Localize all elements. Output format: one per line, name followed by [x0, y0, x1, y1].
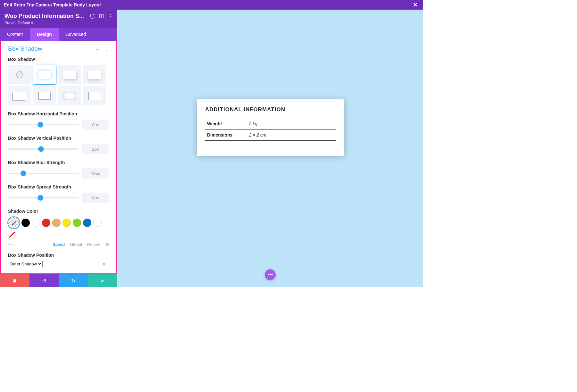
bottom-actions: ✖ ↺ ↻ ✔ [0, 274, 117, 287]
swatch-green[interactable] [73, 219, 81, 227]
expand-icon[interactable] [90, 14, 95, 19]
redo-button[interactable]: ↻ [59, 274, 88, 287]
cancel-button[interactable]: ✖ [0, 274, 29, 287]
window-title: Edit Retro Toy Camera Template Body Layo… [4, 2, 101, 7]
fab-more-button[interactable]: ••• [265, 269, 276, 280]
section-header[interactable]: Box Shadow ︿ ⋮ [1, 41, 116, 55]
swatch-black[interactable] [21, 219, 30, 227]
table-row: Dimensions 2 × 2 cm [205, 129, 336, 141]
horizontal-position-group: Box Shadow Horizontal Position [1, 110, 116, 134]
blur-label: Box Shadow Blur Strength [8, 160, 109, 165]
blur-slider[interactable] [8, 173, 79, 174]
section-title: Box Shadow [8, 45, 42, 52]
swatch-orange[interactable] [52, 219, 61, 227]
shadow-preset-6[interactable] [58, 86, 81, 105]
vertical-slider[interactable] [8, 148, 79, 150]
chevron-up-icon[interactable]: ︿ [95, 46, 100, 52]
split-view-icon[interactable] [99, 14, 104, 19]
save-button[interactable]: ✔ [88, 274, 118, 287]
table-row: Weight 2 kg [205, 118, 336, 129]
row-label: Dimensions [205, 129, 247, 141]
spread-label: Box Shadow Spread Strength [8, 184, 109, 189]
color-more-icon[interactable]: ••• [8, 242, 14, 247]
tab-design[interactable]: Design [30, 28, 59, 41]
vertical-input[interactable] [82, 144, 109, 154]
swatch-white[interactable] [93, 219, 102, 227]
shadow-preset-4[interactable] [8, 86, 31, 105]
module-header: Woo Product Information S... ⋮ Preset: D… [0, 10, 117, 28]
position-label: Box Shadow Position [8, 253, 109, 258]
settings-tabs: Content Design Advanced [0, 28, 117, 41]
color-tab-global[interactable]: Global [70, 242, 82, 247]
info-table: Weight 2 kg Dimensions 2 × 2 cm [205, 118, 336, 141]
blur-input[interactable] [82, 168, 109, 179]
horizontal-slider[interactable] [8, 124, 79, 125]
preview-canvas[interactable]: ADDITIONAL INFORMATION Weight 2 kg Dimen… [118, 10, 423, 287]
shadow-position-group: Box Shadow Position Outer Shadow [1, 251, 116, 271]
swatch-white-outline[interactable] [32, 219, 40, 227]
swatch-red[interactable] [42, 219, 50, 227]
shadow-color-group: Shadow Color ••• [1, 207, 116, 251]
spread-input[interactable] [82, 193, 109, 203]
more-icon[interactable]: ⋮ [108, 14, 113, 19]
vertical-position-group: Box Shadow Vertical Position [1, 134, 116, 159]
color-tab-saved[interactable]: Saved [53, 242, 65, 247]
main-area: Woo Product Information S... ⋮ Preset: D… [0, 10, 423, 287]
product-info-card[interactable]: ADDITIONAL INFORMATION Weight 2 kg Dimen… [197, 99, 344, 156]
horizontal-input[interactable] [82, 120, 109, 130]
swatch-yellow[interactable] [63, 219, 71, 227]
tab-advanced[interactable]: Advanced [59, 28, 93, 41]
color-picker-swatch[interactable] [8, 217, 20, 229]
settings-scroll[interactable]: Box Shadow ︿ ⋮ Box Shadow [0, 41, 117, 274]
shadow-preset-7[interactable] [83, 86, 106, 105]
preset-selector[interactable]: Preset: Default ▾ [4, 21, 113, 25]
blur-strength-group: Box Shadow Blur Strength [1, 159, 116, 183]
shadow-color-label: Shadow Color [8, 209, 109, 214]
window-titlebar: Edit Retro Toy Camera Template Body Layo… [0, 0, 423, 10]
module-title: Woo Product Information S... [4, 13, 90, 20]
shadow-position-select[interactable]: Outer Shadow [8, 261, 43, 267]
undo-button[interactable]: ↺ [29, 274, 59, 287]
shadow-preset-none[interactable] [8, 65, 31, 84]
spread-slider[interactable] [8, 197, 79, 198]
swatch-transparent[interactable] [8, 230, 16, 239]
shadow-preset-3[interactable] [83, 65, 106, 84]
horizontal-label: Box Shadow Horizontal Position [8, 111, 109, 116]
vertical-label: Box Shadow Vertical Position [8, 136, 109, 141]
card-title: ADDITIONAL INFORMATION [205, 106, 336, 113]
row-value: 2 × 2 cm [247, 129, 336, 141]
settings-sidebar: Woo Product Information S... ⋮ Preset: D… [0, 10, 118, 287]
spread-strength-group: Box Shadow Spread Strength [1, 183, 116, 207]
close-icon[interactable]: ✕ [412, 1, 419, 8]
color-tab-recent[interactable]: Recent [87, 242, 100, 247]
shadow-presets-group: Box Shadow [1, 55, 116, 110]
none-icon [16, 71, 23, 78]
shadow-preset-2[interactable] [58, 65, 81, 84]
row-label: Weight [205, 118, 247, 129]
section-more-icon[interactable]: ⋮ [104, 46, 109, 52]
shadow-preset-1[interactable] [33, 65, 56, 84]
swatch-blue[interactable] [83, 219, 91, 227]
shadow-preset-5[interactable] [33, 86, 56, 105]
row-value: 2 kg [247, 118, 336, 129]
presets-label: Box Shadow [8, 57, 109, 62]
color-swatches [8, 217, 109, 239]
gear-icon[interactable]: ⚙ [105, 242, 109, 247]
tab-content[interactable]: Content [0, 28, 30, 41]
svg-rect-0 [90, 14, 94, 18]
